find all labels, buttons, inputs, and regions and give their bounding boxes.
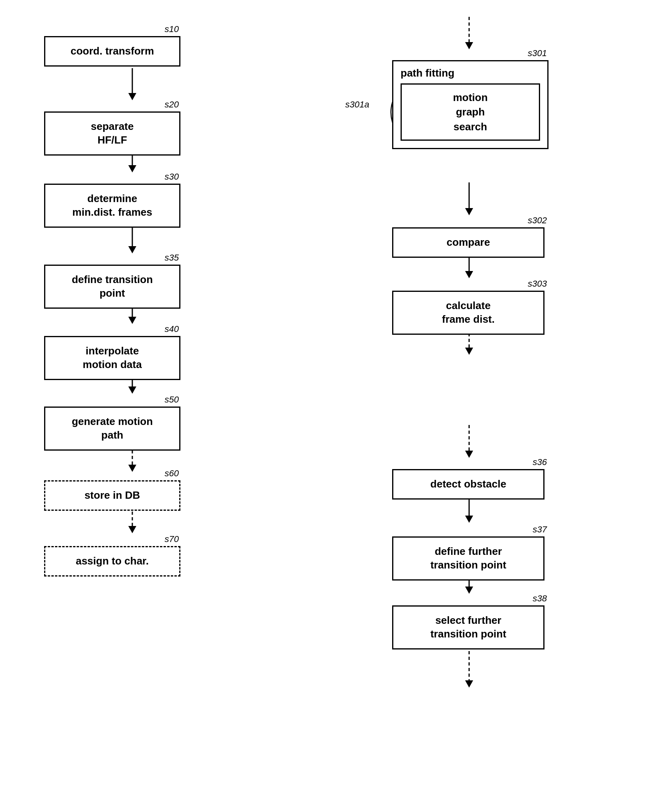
step-s37: s37 define furthertransition point (392, 524, 549, 581)
svg-marker-9 (128, 386, 136, 394)
box-s35: define transitionpoint (44, 265, 180, 309)
box-s60: store in DB (44, 480, 180, 511)
svg-marker-7 (128, 317, 136, 324)
box-s50: generate motionpath (44, 407, 180, 451)
label-s302: s302 (392, 215, 549, 226)
label-s30: s30 (44, 172, 180, 182)
box-s10: coord. transform (44, 36, 180, 67)
step-s38: s38 select furthertransition point (392, 593, 549, 649)
svg-marker-27 (465, 587, 473, 594)
label-s20: s20 (44, 99, 180, 110)
label-s60: s60 (44, 468, 180, 479)
label-s301a: s301a (345, 99, 369, 110)
svg-marker-25 (465, 516, 473, 523)
step-s35: s35 define transitionpoint (44, 253, 180, 309)
label-s70: s70 (44, 534, 180, 544)
step-s40: s40 interpolatemotion data (44, 324, 180, 380)
box-s20: separateHF/LF (44, 111, 180, 156)
step-s301: s301 s301a path fitting motiongraphsearc… (392, 48, 549, 149)
svg-marker-19 (465, 271, 473, 278)
label-s36: s36 (392, 457, 549, 467)
step-s60: s60 store in DB (44, 468, 180, 511)
step-s70: s70 assign to char. (44, 534, 180, 577)
label-s303: s303 (392, 279, 549, 289)
path-fitting-label: path fitting (401, 67, 540, 79)
box-s303: calculateframe dist. (392, 291, 544, 335)
step-s10: s10 coord. transform (44, 24, 180, 67)
box-s302: compare (392, 227, 544, 258)
svg-marker-21 (465, 348, 473, 355)
diagram-container: s10 coord. transform s20 separateHF/LF s… (0, 0, 672, 791)
label-s50: s50 (44, 394, 180, 405)
step-s303: s303 calculateframe dist. (392, 279, 549, 335)
box-s38: select furthertransition point (392, 605, 544, 649)
step-s50: s50 generate motionpath (44, 394, 180, 451)
svg-marker-17 (465, 208, 473, 215)
box-s70: assign to char. (44, 546, 180, 577)
label-s301: s301 (392, 48, 549, 59)
svg-marker-13 (128, 526, 136, 533)
label-s10: s10 (44, 24, 180, 34)
step-s30: s30 determinemin.dist. frames (44, 172, 180, 228)
step-s20: s20 separateHF/LF (44, 99, 180, 156)
box-s37: define furthertransition point (392, 536, 544, 581)
label-s40: s40 (44, 324, 180, 334)
label-s38: s38 (392, 593, 549, 604)
step-s36: s36 detect obstacle (392, 457, 549, 500)
label-s37: s37 (392, 524, 549, 535)
label-s35: s35 (44, 253, 180, 263)
box-s36: detect obstacle (392, 469, 544, 500)
motion-graph-search-box: motiongraphsearch (401, 83, 540, 141)
step-s302: s302 compare (392, 215, 549, 258)
box-s40: interpolatemotion data (44, 336, 180, 380)
box-s30: determinemin.dist. frames (44, 184, 180, 228)
svg-marker-29 (465, 680, 473, 688)
